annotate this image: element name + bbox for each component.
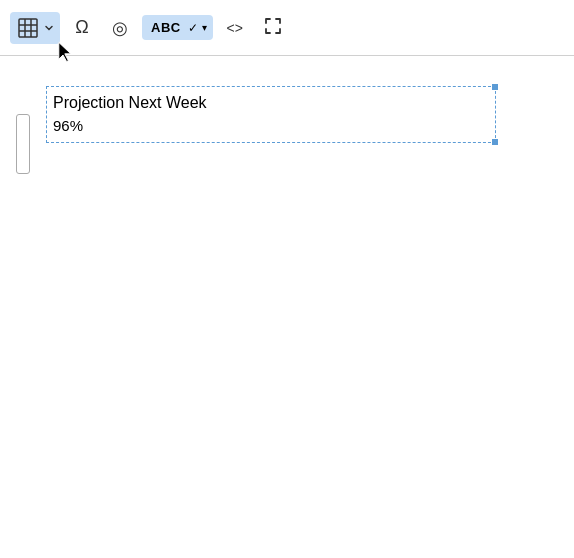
abc-dropdown-arrow[interactable]: ▾ <box>200 20 209 35</box>
projection-title: Projection Next Week <box>53 91 489 115</box>
toolbar: Ω ◎ ABC ✓ ▾ <> <box>0 0 574 56</box>
expand-icon <box>264 17 282 39</box>
target-icon: ◎ <box>112 17 128 39</box>
projection-value: 96% <box>53 115 489 138</box>
content-area: Projection Next Week 96% <box>0 56 574 163</box>
code-icon: <> <box>226 20 242 36</box>
resize-handle-bottom-right[interactable] <box>491 138 499 146</box>
abc-check-icon: ✓ <box>186 19 200 37</box>
resize-handle-top-right[interactable] <box>491 83 499 91</box>
table-dropdown-arrow[interactable] <box>42 19 56 37</box>
left-sidebar-bar <box>16 114 30 174</box>
table-icon[interactable] <box>14 14 42 42</box>
abc-button-group[interactable]: ABC ✓ ▾ <box>142 15 213 40</box>
expand-button[interactable] <box>257 12 289 44</box>
text-block[interactable]: Projection Next Week 96% <box>46 86 496 143</box>
omega-button[interactable]: Ω <box>66 12 98 44</box>
svg-rect-0 <box>19 19 37 37</box>
table-button-group[interactable] <box>10 12 60 44</box>
abc-label: ABC <box>146 17 186 38</box>
target-button[interactable]: ◎ <box>104 12 136 44</box>
omega-icon: Ω <box>75 17 88 38</box>
code-button[interactable]: <> <box>219 12 251 44</box>
